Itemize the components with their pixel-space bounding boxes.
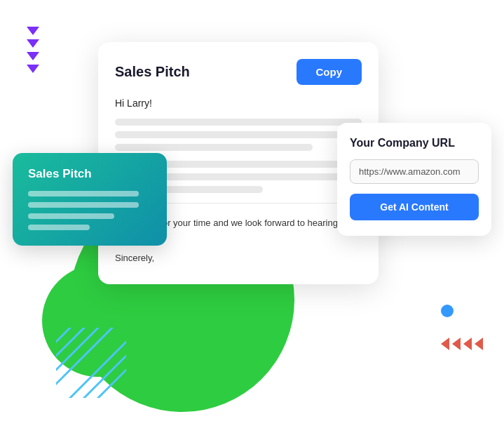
mini-card-line bbox=[28, 191, 139, 196]
url-card-title: Your Company URL bbox=[350, 137, 479, 149]
card-header: Sales Pitch Copy bbox=[115, 59, 362, 85]
mini-card-line bbox=[28, 225, 90, 230]
triangle-down-icon bbox=[27, 52, 39, 60]
svg-line-1 bbox=[56, 328, 91, 363]
triangle-left-icon bbox=[475, 338, 483, 350]
greeting-text: Hi Larry! bbox=[115, 98, 362, 109]
triangle-down-icon bbox=[27, 65, 39, 73]
red-triangles-decoration bbox=[441, 338, 483, 350]
url-input[interactable] bbox=[350, 159, 479, 184]
copy-button[interactable]: Copy bbox=[297, 59, 362, 85]
placeholder-line bbox=[115, 131, 362, 138]
get-ai-content-button[interactable]: Get AI Content bbox=[350, 194, 479, 220]
purple-triangles-decoration bbox=[27, 27, 39, 73]
placeholder-line bbox=[115, 144, 313, 151]
mini-card-lines bbox=[28, 191, 151, 230]
mini-card-title: Sales Pitch bbox=[28, 167, 151, 181]
blue-dot-decoration bbox=[441, 305, 454, 317]
url-card: Your Company URL Get AI Content bbox=[337, 123, 491, 236]
triangle-left-icon bbox=[441, 338, 449, 350]
triangle-left-icon bbox=[463, 338, 472, 350]
placeholder-line bbox=[115, 119, 362, 126]
diagonal-lines-decoration bbox=[56, 328, 126, 398]
sales-pitch-title: Sales Pitch bbox=[115, 64, 190, 80]
mini-card-line bbox=[28, 202, 139, 208]
mini-card-line bbox=[28, 213, 114, 219]
placeholder-lines bbox=[115, 119, 362, 151]
triangle-left-icon bbox=[452, 338, 461, 350]
sincerely-text: Sincerely, bbox=[115, 253, 362, 263]
svg-line-6 bbox=[91, 363, 126, 398]
triangle-down-icon bbox=[27, 39, 39, 48]
triangle-down-icon bbox=[27, 27, 39, 35]
mini-sales-pitch-card: Sales Pitch bbox=[13, 153, 167, 246]
